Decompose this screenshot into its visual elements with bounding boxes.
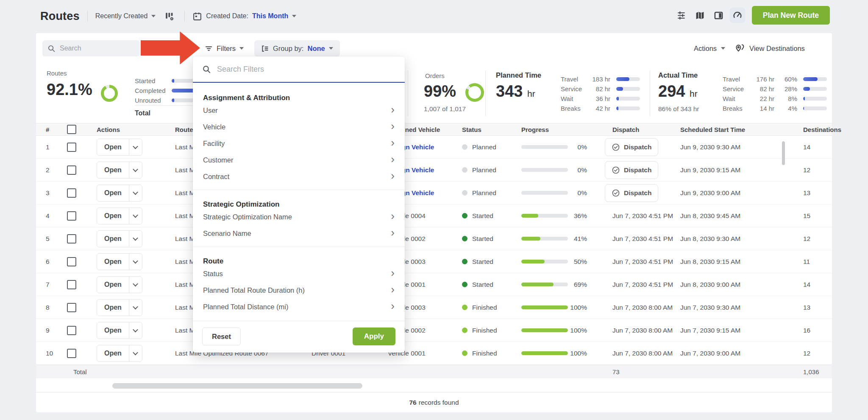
open-button[interactable]: Open [97, 207, 142, 224]
search-box[interactable] [42, 40, 140, 56]
apply-button[interactable]: Apply [353, 328, 395, 345]
open-button[interactable]: Open [97, 162, 142, 179]
dispatch-button[interactable]: Dispatch [605, 184, 658, 202]
filter-item-label: Status [203, 270, 223, 278]
filter-item-strategic-optimization-name[interactable]: Strategic Optimization Name› [203, 209, 395, 225]
row-checkbox[interactable] [67, 188, 76, 198]
open-button-label[interactable]: Open [97, 277, 129, 293]
legend-label: Started [135, 77, 172, 84]
open-button[interactable]: Open [97, 230, 142, 247]
actions-dropdown[interactable]: Actions [694, 40, 725, 56]
dispatch-button[interactable]: Dispatch [605, 161, 658, 179]
side-panel-icon[interactable] [711, 8, 726, 23]
open-button-chevron[interactable] [129, 185, 142, 201]
chevron-down-icon [133, 258, 139, 264]
filter-item-facility[interactable]: Facility› [203, 135, 395, 152]
open-button-label[interactable]: Open [97, 208, 129, 224]
customize-columns-icon[interactable] [161, 8, 177, 24]
filter-section-title: Assignment & Attribution [203, 94, 395, 102]
col-header-status[interactable]: Status [449, 126, 509, 133]
open-button-label[interactable]: Open [97, 162, 129, 178]
search-input[interactable] [60, 45, 128, 52]
col-header-dispatch[interactable]: Dispatch [587, 126, 680, 133]
filter-item-user[interactable]: User› [203, 102, 395, 119]
row-checkbox[interactable] [67, 303, 76, 312]
actual-time-legend: Travel176 hr60%Service82 hr28%Wait22 hr8… [723, 74, 827, 113]
open-button-chevron[interactable] [129, 139, 142, 155]
open-button-chevron[interactable] [129, 162, 142, 178]
filter-item-vehicle[interactable]: Vehicle› [203, 119, 395, 135]
row-checkbox[interactable] [67, 326, 76, 335]
open-button-chevron[interactable] [129, 231, 142, 247]
group-by-dropdown[interactable]: Group by: None [254, 40, 340, 56]
reset-button[interactable]: Reset [202, 328, 241, 345]
open-button-label[interactable]: Open [97, 231, 129, 247]
chevron-right-icon: › [391, 216, 395, 218]
legend-label: Travel [561, 76, 588, 83]
row-checkbox[interactable] [67, 349, 76, 358]
filters-button[interactable]: Filters [205, 40, 244, 56]
col-header-num[interactable]: # [36, 126, 59, 133]
open-button[interactable]: Open [97, 139, 142, 156]
open-button-chevron[interactable] [129, 322, 142, 339]
sort-dropdown[interactable]: Recently Created [95, 12, 156, 20]
col-header-scheduled[interactable]: Scheduled Start Time [680, 126, 759, 133]
row-checkbox[interactable] [67, 211, 76, 221]
open-button[interactable]: Open [97, 185, 142, 202]
open-button-chevron[interactable] [129, 208, 142, 224]
filter-search-input[interactable] [217, 65, 395, 74]
filter-item-customer[interactable]: Customer› [203, 152, 395, 168]
dispatch-button[interactable]: Dispatch [605, 138, 658, 156]
open-button[interactable]: Open [97, 345, 142, 362]
col-header-progress[interactable]: Progress [509, 126, 587, 133]
filter-item-scenario-name[interactable]: Scenario Name› [203, 225, 395, 242]
open-button-label[interactable]: Open [97, 139, 129, 155]
map-view-icon[interactable] [693, 8, 708, 23]
created-date-filter[interactable]: Created Date: This Month [192, 11, 296, 21]
row-checkbox[interactable] [67, 165, 76, 175]
table-row: 5OpenLast Mile Optimized Route 0062Drive… [36, 227, 832, 250]
open-button[interactable]: Open [97, 276, 142, 293]
filter-search-box[interactable] [193, 56, 405, 83]
status-label: Finished [472, 327, 497, 334]
open-button[interactable]: Open [97, 322, 142, 339]
open-button-label[interactable]: Open [97, 345, 129, 361]
row-checkbox[interactable] [67, 143, 76, 152]
destinations-count: 12 [759, 235, 832, 243]
scheduled-start-time: Jun 8, 2030 9:45 AM [680, 212, 759, 220]
col-header-destinations[interactable]: Destinations [759, 126, 841, 133]
filter-item-status[interactable]: Status› [203, 266, 395, 282]
legend-label: Service [723, 85, 752, 92]
row-checkbox[interactable] [67, 257, 76, 266]
open-button-chevron[interactable] [129, 277, 142, 293]
row-checkbox[interactable] [67, 234, 76, 244]
time-legend-row: Travel183 hr [561, 74, 640, 84]
open-button-chevron[interactable] [129, 300, 142, 316]
open-button[interactable]: Open [97, 299, 142, 316]
filter-item-contract[interactable]: Contract› [203, 168, 395, 185]
open-button-label[interactable]: Open [97, 185, 129, 201]
select-all-checkbox[interactable] [67, 125, 76, 134]
vertical-scrollbar[interactable] [782, 141, 785, 165]
route-settings-icon[interactable] [674, 8, 689, 23]
status-label: Started [472, 212, 493, 220]
row-checkbox[interactable] [67, 280, 76, 289]
status-cell: Planned [449, 189, 509, 197]
open-button[interactable]: Open [97, 253, 142, 270]
open-button-chevron[interactable] [129, 254, 142, 270]
horizontal-scrollbar[interactable] [112, 383, 362, 389]
dashboard-gauge-icon[interactable] [730, 8, 745, 23]
divider [193, 246, 405, 247]
plan-new-route-button[interactable]: Plan New Route [752, 6, 830, 25]
open-button-label[interactable]: Open [97, 300, 129, 316]
status-dot-started [462, 236, 467, 241]
col-header-actions[interactable]: Actions [84, 126, 162, 133]
open-button-label[interactable]: Open [97, 254, 129, 270]
progress-bar [521, 328, 568, 332]
filter-item-planned-total-distance-mi-[interactable]: Planned Total Distance (mi)› [203, 299, 395, 315]
open-button-label[interactable]: Open [97, 322, 129, 339]
view-destinations-button[interactable]: View Destinations [734, 40, 805, 56]
routes-page: Routes Recently Created Created Date: Th… [0, 0, 868, 420]
filter-item-planned-total-route-duration-h-[interactable]: Planned Total Route Duration (h)› [203, 282, 395, 299]
open-button-chevron[interactable] [129, 345, 142, 361]
